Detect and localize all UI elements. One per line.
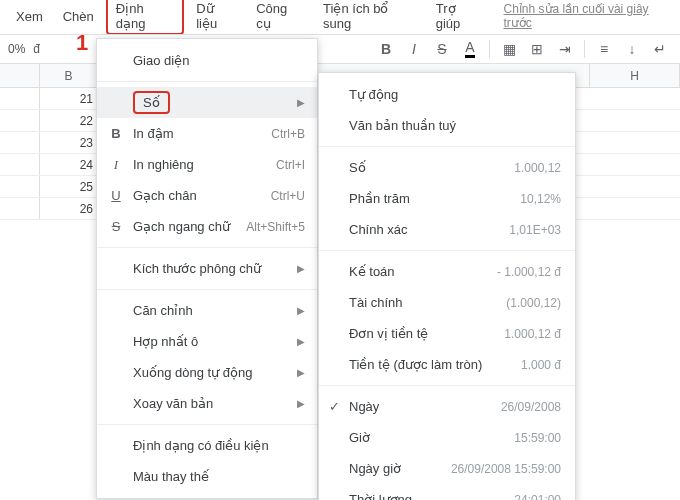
- select-all-cell[interactable]: [0, 64, 40, 87]
- toolbar-currency: đ: [33, 42, 40, 56]
- submenu-item-datetime[interactable]: Ngày giờ26/09/2008 15:59:00: [319, 453, 575, 484]
- menu-separator: [97, 247, 317, 248]
- cell-b[interactable]: 23: [40, 132, 98, 153]
- cell-b[interactable]: 26: [40, 198, 98, 219]
- wrap-button[interactable]: ↵: [648, 37, 672, 61]
- valign-button[interactable]: ↓: [620, 37, 644, 61]
- submenu-item-scientific[interactable]: Chính xác1,01E+03: [319, 214, 575, 245]
- menu-separator: [97, 424, 317, 425]
- submenu-item-number[interactable]: Số1.000,12: [319, 152, 575, 183]
- toolbar-percent: 0%: [8, 42, 25, 56]
- column-header-h[interactable]: H: [590, 64, 680, 87]
- borders-button[interactable]: ⊞: [525, 37, 549, 61]
- menu-item-alternating-colors[interactable]: Màu thay thế: [97, 461, 317, 492]
- submenu-item-time[interactable]: Giờ15:59:00: [319, 422, 575, 453]
- fill-color-button[interactable]: ▦: [497, 37, 521, 61]
- check-icon: ✓: [329, 399, 349, 414]
- menu-item-font-size[interactable]: Kích thước phông chữ▶: [97, 253, 317, 284]
- menu-item-merge[interactable]: Hợp nhất ô▶: [97, 326, 317, 357]
- menu-data[interactable]: Dữ liệu: [188, 0, 244, 34]
- submenu-item-financial[interactable]: Tài chính(1.000,12): [319, 287, 575, 318]
- chevron-right-icon: ▶: [297, 398, 305, 409]
- menu-item-conditional-format[interactable]: Định dạng có điều kiện: [97, 430, 317, 461]
- menu-item-theme[interactable]: Giao diện: [97, 45, 317, 76]
- submenu-item-automatic[interactable]: Tự động: [319, 79, 575, 110]
- submenu-item-currency-rounded[interactable]: Tiền tệ (được làm tròn)1.000 đ: [319, 349, 575, 380]
- chevron-right-icon: ▶: [297, 263, 305, 274]
- number-format-submenu: Tự động Văn bản thuần tuý Số1.000,12 Phầ…: [318, 72, 576, 500]
- menu-separator: [319, 146, 575, 147]
- column-header-b[interactable]: B: [40, 64, 98, 87]
- format-dropdown-menu: Giao diện Số▶ BIn đậmCtrl+B IIn nghiêngC…: [96, 38, 318, 499]
- menu-tools[interactable]: Công cụ: [248, 0, 311, 34]
- submenu-item-percent[interactable]: Phần trăm10,12%: [319, 183, 575, 214]
- cell-b[interactable]: 21: [40, 88, 98, 109]
- bold-button[interactable]: B: [374, 37, 398, 61]
- cell-b[interactable]: 25: [40, 176, 98, 197]
- halign-button[interactable]: ≡: [592, 37, 616, 61]
- menu-addons[interactable]: Tiện ích bổ sung: [315, 0, 424, 34]
- menu-separator: [97, 81, 317, 82]
- menu-insert[interactable]: Chèn: [55, 6, 102, 27]
- chevron-right-icon: ▶: [297, 367, 305, 378]
- menu-bar: Xem Chèn Định dạng Dữ liệu Công cụ Tiện …: [0, 0, 680, 32]
- menu-item-bold[interactable]: BIn đậmCtrl+B: [97, 118, 317, 149]
- menu-separator: [319, 250, 575, 251]
- submenu-item-currency[interactable]: Đơn vị tiền tệ1.000,12 đ: [319, 318, 575, 349]
- strikethrough-button[interactable]: S: [430, 37, 454, 61]
- last-edit-info[interactable]: Chỉnh sửa lần cuối vài giây trước: [504, 2, 673, 30]
- chevron-right-icon: ▶: [297, 305, 305, 316]
- menu-item-italic[interactable]: IIn nghiêngCtrl+I: [97, 149, 317, 180]
- menu-item-wrap[interactable]: Xuống dòng tự động▶: [97, 357, 317, 388]
- submenu-item-plain-text[interactable]: Văn bản thuần tuý: [319, 110, 575, 141]
- toolbar-separator: [489, 40, 490, 58]
- menu-help[interactable]: Trợ giúp: [428, 0, 490, 34]
- menu-item-strikethrough[interactable]: SGạch ngang chữAlt+Shift+5: [97, 211, 317, 242]
- menu-format[interactable]: Định dạng: [106, 0, 184, 35]
- cell-b[interactable]: 24: [40, 154, 98, 175]
- menu-separator: [97, 289, 317, 290]
- menu-view[interactable]: Xem: [8, 6, 51, 27]
- merge-button[interactable]: ⇥: [553, 37, 577, 61]
- menu-separator: [319, 385, 575, 386]
- toolbar-separator: [584, 40, 585, 58]
- italic-button[interactable]: I: [402, 37, 426, 61]
- chevron-right-icon: ▶: [297, 336, 305, 347]
- chevron-right-icon: ▶: [297, 97, 305, 108]
- menu-item-align[interactable]: Căn chỉnh▶: [97, 295, 317, 326]
- submenu-item-duration[interactable]: Thời lượng24:01:00: [319, 484, 575, 500]
- submenu-item-date[interactable]: ✓Ngày26/09/2008: [319, 391, 575, 422]
- submenu-item-accounting[interactable]: Kế toán- 1.000,12 đ: [319, 256, 575, 287]
- text-color-button[interactable]: A: [458, 37, 482, 61]
- menu-item-rotate[interactable]: Xoay văn bản▶: [97, 388, 317, 419]
- menu-item-number[interactable]: Số▶: [97, 87, 317, 118]
- cell-b[interactable]: 22: [40, 110, 98, 131]
- menu-item-underline[interactable]: UGạch chânCtrl+U: [97, 180, 317, 211]
